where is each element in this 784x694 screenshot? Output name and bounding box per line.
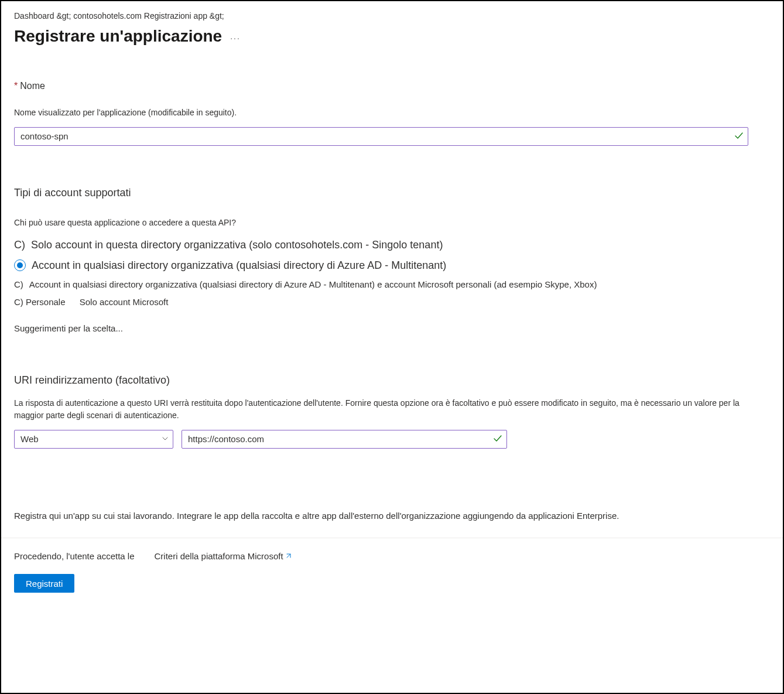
page-title: Registrare un'applicazione <box>14 27 222 46</box>
name-label: *Nome <box>14 81 770 91</box>
more-commands-icon[interactable]: ··· <box>230 30 241 43</box>
divider <box>1 538 783 538</box>
account-types-question: Chi può usare questa applicazione o acce… <box>14 217 770 229</box>
name-helper-text: Nome visualizzato per l'applicazione (mo… <box>14 107 770 119</box>
bottom-note: Registra qui un'app su cui stai lavorand… <box>14 510 770 523</box>
redirect-uri-description: La risposta di autenticazione a questo U… <box>14 397 770 422</box>
account-type-option-personal[interactable]: C) Personale Solo account Microsoft <box>14 296 770 309</box>
register-button[interactable]: Registrati <box>14 574 74 593</box>
consent-prefix: Procedendo, l'utente accetta le <box>14 551 135 561</box>
redirect-uri-header: URI reindirizzamento (facoltativo) <box>14 374 770 387</box>
redirect-uri-input-wrap <box>182 430 507 449</box>
platform-select[interactable]: Web <box>14 430 173 449</box>
breadcrumb[interactable]: Dashboard &gt; contosohotels.com Registr… <box>14 11 770 22</box>
platform-select-wrap: Web <box>14 430 173 449</box>
account-type-option-single-tenant[interactable]: C) Solo account in questa directory orga… <box>14 237 770 253</box>
name-input-wrap <box>14 127 748 146</box>
account-type-option-multitenant[interactable]: Account in qualsiasi directory organizza… <box>14 258 770 274</box>
external-link-icon <box>285 553 292 560</box>
account-types-header: Tipi di account supportati <box>14 187 770 199</box>
policy-link[interactable]: Criteri della piattaforma Microsoft <box>155 551 292 561</box>
account-type-option-multitenant-personal[interactable]: C) Account in qualsiasi directory organi… <box>14 278 770 292</box>
account-types-radio-group: C) Solo account in questa directory orga… <box>14 237 770 309</box>
radio-selected-icon <box>14 259 26 271</box>
name-input[interactable] <box>14 127 748 146</box>
account-types-help-link[interactable]: Suggerimenti per la scelta... <box>14 323 123 333</box>
redirect-uri-input[interactable] <box>182 430 507 449</box>
